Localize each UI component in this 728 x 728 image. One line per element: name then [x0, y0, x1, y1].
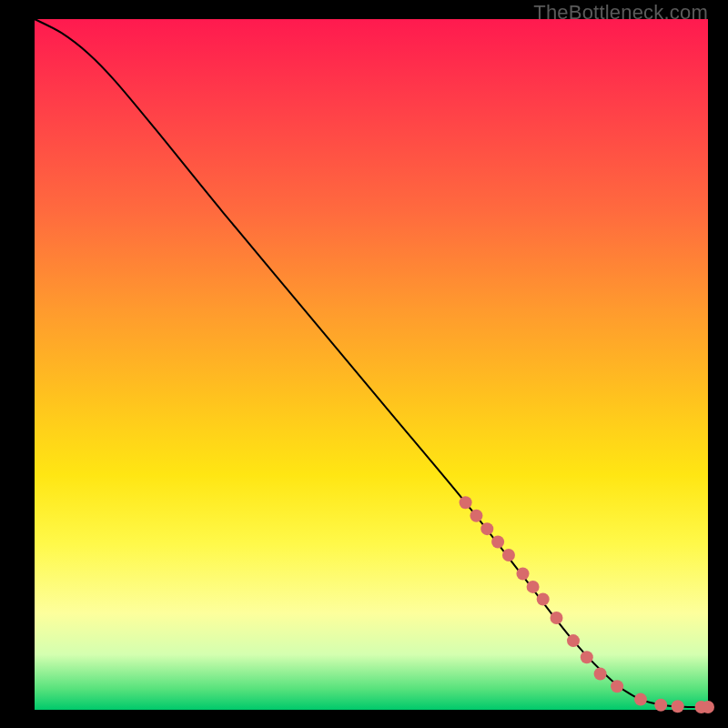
data-point [502, 548, 515, 561]
data-point [460, 496, 472, 509]
data-point [594, 667, 607, 680]
data-point [634, 693, 647, 705]
curve-line [35, 19, 708, 707]
data-point [654, 698, 667, 711]
data-point [527, 580, 540, 592]
data-point [470, 509, 482, 521]
data-point [581, 651, 593, 663]
data-point [672, 700, 684, 713]
plot-area [35, 19, 708, 710]
data-point [517, 567, 530, 580]
data-point [611, 680, 623, 693]
chart-frame: TheBottleneck.com [0, 0, 728, 728]
data-point [480, 522, 493, 535]
data-point [567, 634, 580, 647]
data-point [537, 592, 550, 605]
data-point [551, 612, 563, 624]
chart-svg [35, 19, 708, 710]
data-point [491, 535, 504, 548]
data-point [702, 700, 714, 713]
